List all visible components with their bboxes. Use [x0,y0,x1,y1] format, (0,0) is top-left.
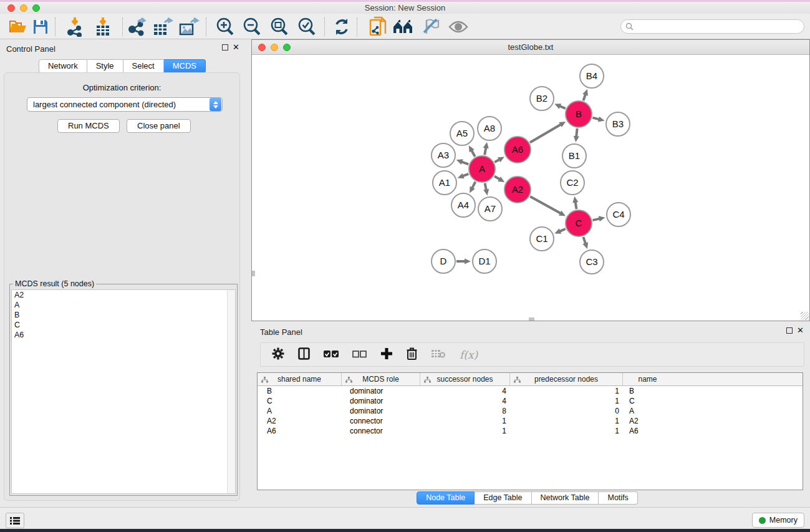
column-visibility-icon[interactable] [298,347,310,362]
graph-node-label: A7 [485,203,496,214]
mcds-result-item[interactable]: A [12,300,235,310]
float-panel-icon[interactable] [222,44,228,51]
close-table-panel-icon[interactable]: ✕ [797,327,804,334]
table-row[interactable]: A6connector11A6 [258,426,803,436]
graph-node-B1[interactable]: B1 [562,144,586,168]
graph-node-C1[interactable]: C1 [530,227,554,251]
graph-node-A7[interactable]: A7 [478,197,502,221]
task-history-button[interactable] [6,513,24,528]
export-network-icon[interactable] [125,16,148,38]
graph-node-A1[interactable]: A1 [433,171,456,195]
table-tab-node-table[interactable]: Node Table [417,491,475,505]
graph-node-C4[interactable]: C4 [607,203,630,226]
node-table[interactable]: shared nameMCDS rolesuccessor nodesprede… [257,372,803,490]
graph-node-A3[interactable]: A3 [432,143,455,167]
table-tab-network-table[interactable]: Network Table [532,491,599,505]
graph-node-label: A [479,163,485,174]
tab-style[interactable]: Style [87,59,123,73]
mcds-result-scrollbar[interactable] [227,290,235,493]
graph-node-A2[interactable]: A2 [504,177,531,203]
select-all-icon[interactable] [324,349,339,360]
search-input[interactable] [634,22,804,31]
graph-node-B4[interactable]: B4 [580,64,604,88]
graph-node-A8[interactable]: A8 [478,117,501,140]
save-session-icon[interactable] [29,16,52,38]
deselect-all-icon[interactable] [352,349,367,360]
table-row[interactable]: A2connector11A2 [258,416,803,426]
graph-edge-B-B1[interactable] [576,128,577,137]
control-panel-tabs: NetworkStyleSelectMCDS [0,59,244,73]
refresh-icon[interactable] [330,16,353,38]
graph-edge-A2-C[interactable] [530,196,561,213]
graph-node-label: B1 [569,150,580,161]
run-mcds-button[interactable]: Run MCDS [57,119,120,133]
zoom-out-icon[interactable] [241,16,263,38]
column-header-successor-nodes[interactable]: successor nodes [420,373,510,385]
show-all-icon[interactable] [447,16,470,38]
search-icon [625,22,634,31]
graph-edge-A6-B[interactable] [530,124,561,142]
table-cell: dominator [342,407,420,415]
graph-node-label: D [440,256,447,266]
graph-node-C2[interactable]: C2 [561,171,584,195]
delete-column-icon[interactable] [407,347,417,362]
mcds-result-item[interactable]: A2 [12,290,235,300]
column-sort-icon [261,376,268,385]
network-window-titlebar[interactable]: testGlobe.txt [252,40,809,55]
first-neighbors-icon[interactable] [392,16,415,38]
graph-node-D1[interactable]: D1 [473,249,496,273]
open-session-icon[interactable] [7,16,29,38]
export-image-icon[interactable] [178,16,200,38]
table-cell: B [258,387,342,395]
graph-node-A6[interactable]: A6 [504,137,531,163]
column-header-name[interactable]: name [623,373,672,385]
new-network-from-selection-icon[interactable] [367,16,390,38]
memory-button[interactable]: Memory [752,513,804,528]
mcds-result-item[interactable]: B [12,310,235,320]
mcds-result-list[interactable]: A2ABCA6 [11,289,236,494]
float-table-panel-icon[interactable] [786,327,793,334]
mcds-result-item[interactable]: C [12,320,235,330]
tab-network[interactable]: Network [39,59,87,73]
table-row[interactable]: Cdominator41C [258,396,803,406]
graph-node-B3[interactable]: B3 [606,112,630,136]
zoom-fit-icon[interactable] [268,16,291,38]
hide-selected-icon[interactable] [419,16,441,38]
mcds-result-item[interactable]: A6 [12,330,235,340]
graph-node-B[interactable]: B [566,101,592,127]
search-box[interactable] [620,19,804,34]
network-canvas[interactable]: AA1A2A3A4A5A6A7A8BB1B2B3B4CC1C2C3C4DD1 [252,56,809,321]
graph-node-A[interactable]: A [469,156,495,182]
close-panel-icon[interactable]: ✕ [233,44,239,51]
import-network-icon[interactable] [64,16,86,38]
close-panel-button[interactable]: Close panel [127,119,191,133]
zoom-selected-icon[interactable] [296,16,318,38]
column-header-shared-name[interactable]: shared name [258,373,342,385]
settings-gear-icon[interactable] [272,347,284,362]
table-row[interactable]: Adominator80A [258,406,803,416]
window-resize-grip[interactable] [801,312,809,320]
table-tab-edge-table[interactable]: Edge Table [475,491,531,505]
graph-node-D[interactable]: D [432,249,455,273]
graph-node-C[interactable]: C [566,210,592,236]
table-tab-motifs[interactable]: Motifs [599,491,637,505]
optimization-criterion-dropdown[interactable]: largest connected component (directed) [27,97,223,112]
import-table-icon[interactable] [92,16,114,38]
export-table-icon[interactable] [152,16,174,38]
graph-node-label: A3 [438,150,449,160]
column-sort-icon [345,376,352,385]
table-row[interactable]: Bdominator41B [258,386,803,396]
function-builder-icon[interactable]: f(x) [460,349,478,361]
column-header-predecessor-nodes[interactable]: predecessor nodes [510,373,623,385]
graph-node-A4[interactable]: A4 [451,193,475,217]
tab-select[interactable]: Select [123,59,164,73]
graph-node-A5[interactable]: A5 [450,122,474,145]
graph-node-B2[interactable]: B2 [530,87,554,110]
add-column-icon[interactable] [380,347,393,362]
zoom-in-icon[interactable] [214,16,236,38]
graph-node-C3[interactable]: C3 [580,250,604,274]
column-header-MCDS-role[interactable]: MCDS role [342,373,420,385]
delete-table-icon[interactable] [431,349,446,361]
graph-node-label: A8 [484,123,495,133]
tab-mcds[interactable]: MCDS [164,59,206,73]
